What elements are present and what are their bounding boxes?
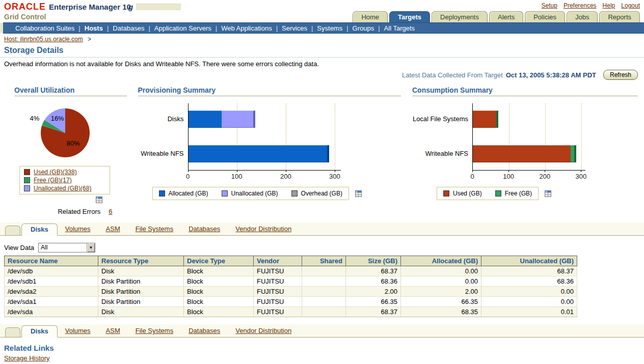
subnav-item-all-targets[interactable]: All Targets xyxy=(384,24,415,32)
related-errors-count-link[interactable]: 6 xyxy=(109,208,112,215)
column-header-unallocated-gb[interactable]: Unallocated (GB) xyxy=(481,256,577,266)
x-tick-mark xyxy=(335,171,335,172)
logo-stripes-decoration xyxy=(136,4,181,10)
tab-policies[interactable]: Policies xyxy=(525,11,565,22)
subtab-asm[interactable]: ASM xyxy=(106,327,120,337)
cell-resource-type: Disk Partition xyxy=(98,287,184,297)
subtab-file-systems[interactable]: File Systems xyxy=(136,327,173,337)
subtab-file-systems[interactable]: File Systems xyxy=(136,225,173,235)
bar-segment-used-gb[interactable] xyxy=(473,145,571,162)
subtab-disks[interactable]: Disks xyxy=(21,325,58,338)
column-header-resource-type[interactable]: Resource Type xyxy=(98,256,184,266)
tab-targets[interactable]: Targets xyxy=(389,11,430,22)
subtab-asm[interactable]: ASM xyxy=(106,225,120,235)
tab-deployments[interactable]: Deployments xyxy=(432,11,488,22)
cell-resource-type: Disk xyxy=(98,266,184,276)
legend-item-overhead-gb: Overhead (GB) xyxy=(291,189,342,198)
subnav-item-databases[interactable]: Databases xyxy=(113,24,144,32)
tab-reports[interactable]: Reports xyxy=(599,11,640,22)
subnav-separator: | xyxy=(148,24,150,32)
legend-label: Free (GB) xyxy=(505,190,532,197)
global-link-setup[interactable]: Setup xyxy=(542,2,557,9)
legend-link-used-gb-338[interactable]: Used (GB)(338) xyxy=(34,169,77,176)
column-header-vendor[interactable]: Vendor xyxy=(254,256,302,266)
subtab-volumes[interactable]: Volumes xyxy=(65,225,91,235)
subtab-vendor-distribution[interactable]: Vendor Distribution xyxy=(235,225,291,235)
cell-resource-name: /dev/sdb xyxy=(5,266,98,276)
column-header-allocated-gb[interactable]: Allocated (GB) xyxy=(401,256,481,266)
cell-allocated-gb: 2.00 xyxy=(401,287,481,297)
bar-segment-free-gb[interactable] xyxy=(571,145,576,162)
storage-history-link[interactable]: Storage History xyxy=(4,354,50,362)
tab-home[interactable]: Home xyxy=(353,11,388,22)
latest-data-label: Latest Data Collected From Target xyxy=(402,71,503,79)
table-view-icon[interactable] xyxy=(545,190,551,197)
column-header-shared[interactable]: Shared xyxy=(302,256,346,266)
global-link-logout[interactable]: Logout xyxy=(621,2,640,9)
table-view-icon[interactable] xyxy=(355,190,362,197)
subtab-databases[interactable]: Databases xyxy=(189,225,220,235)
legend-label: Used (GB) xyxy=(453,190,482,197)
legend-link-free-gb-17[interactable]: Free (GB)(17) xyxy=(34,177,72,184)
subnav-item-hosts[interactable]: Hosts xyxy=(85,24,103,32)
legend-swatch xyxy=(495,190,501,197)
subnav-item-web-applications[interactable]: Web Applications xyxy=(221,24,272,32)
x-tick-mark xyxy=(545,171,545,172)
brand-bar: ORACLE Enterprise Manager 10 g Grid Cont… xyxy=(0,0,644,22)
bar-disks[interactable] xyxy=(189,110,341,128)
subtab-vendor-distribution[interactable]: Vendor Distribution xyxy=(235,327,291,337)
subnav-separator: | xyxy=(216,24,217,32)
bar-segment-allocated-gb[interactable] xyxy=(189,145,329,162)
subnav-item-application-servers[interactable]: Application Servers xyxy=(154,24,211,32)
provisioning-summary-bar-chart: DisksWriteable NFS0100200300Allocated (G… xyxy=(138,103,401,200)
subnav-separator: | xyxy=(378,24,380,32)
subnav-item-services[interactable]: Services xyxy=(282,24,307,32)
cell-allocated-gb: 68.35 xyxy=(401,307,481,317)
subnav-item-groups[interactable]: Groups xyxy=(353,24,374,32)
product-title: Enterprise Manager 10 xyxy=(49,3,131,11)
overall-utilization-section: Overall Utilization 80%4%16% Used (GB)(3… xyxy=(14,86,127,215)
cell-size-gb: 2.00 xyxy=(346,287,401,297)
legend-item-unallocated-gb: Unallocated (GB) xyxy=(222,189,278,198)
x-tick-mark xyxy=(508,171,509,172)
x-tick-label: 200 xyxy=(539,173,550,180)
bar-plot-area: Local File SystemsWriteable NFS xyxy=(412,103,638,171)
bar-segment-used-gb[interactable] xyxy=(473,110,496,128)
legend-link-unallocated-gb-68[interactable]: Unallocated (GB)(68) xyxy=(34,185,91,192)
column-header-device-type[interactable]: Device Type xyxy=(184,256,254,266)
x-tick-label: 300 xyxy=(329,173,340,180)
subnav-item-collaboration-suites[interactable]: Collaboration Suites xyxy=(15,24,74,32)
subtab-databases[interactable]: Databases xyxy=(189,327,220,337)
legend-swatch xyxy=(222,190,228,197)
refresh-button[interactable]: Refresh xyxy=(603,70,638,80)
bar-legend: Allocated (GB)Unallocated (GB)Overhead (… xyxy=(152,187,349,200)
tab-alerts[interactable]: Alerts xyxy=(489,11,523,22)
table-view-icon[interactable] xyxy=(96,197,102,205)
pie-slice-pct-label: 80% xyxy=(67,139,80,147)
consumption-summary-bar-chart: Local File SystemsWriteable NFS010020030… xyxy=(412,103,638,200)
global-link-preferences[interactable]: Preferences xyxy=(564,2,597,9)
legend-item-allocated-gb: Allocated (GB) xyxy=(159,189,208,198)
bar-legend-row: Used (GB)Free (GB) xyxy=(437,187,638,200)
view-data-select[interactable]: All ▼ xyxy=(38,243,95,253)
subtab-volumes[interactable]: Volumes xyxy=(65,327,91,337)
subtab-disks[interactable]: Disks xyxy=(21,223,58,236)
dropdown-arrow-icon[interactable]: ▼ xyxy=(87,243,95,252)
tab-jobs[interactable]: Jobs xyxy=(567,11,598,22)
x-tick-label: 300 xyxy=(576,173,587,180)
subnav-item-systems[interactable]: Systems xyxy=(317,24,342,32)
x-tick-label: 200 xyxy=(280,173,291,180)
column-header-resource-name[interactable]: Resource Name xyxy=(5,256,98,266)
column-header-size-gb[interactable]: Size (GB) xyxy=(346,256,401,266)
latest-data-timestamp: Oct 13, 2005 5:38:28 AM PDT xyxy=(506,71,596,79)
bar-writeable-nfs[interactable] xyxy=(189,145,341,162)
breadcrumb-host-link[interactable]: Host: ilinrbn05.us.oracle.com xyxy=(4,36,83,43)
legend-label: Allocated (GB) xyxy=(169,190,208,197)
bar-writeable-nfs[interactable] xyxy=(473,145,585,162)
bar-segment-allocated-gb[interactable] xyxy=(189,110,222,128)
bar-segment-free-gb[interactable] xyxy=(496,110,498,128)
cell-size-gb: 68.37 xyxy=(346,266,401,276)
bar-segment-unallocated-gb[interactable] xyxy=(222,110,255,128)
bar-local-file-systems[interactable] xyxy=(473,110,585,128)
global-link-help[interactable]: Help xyxy=(603,2,615,9)
